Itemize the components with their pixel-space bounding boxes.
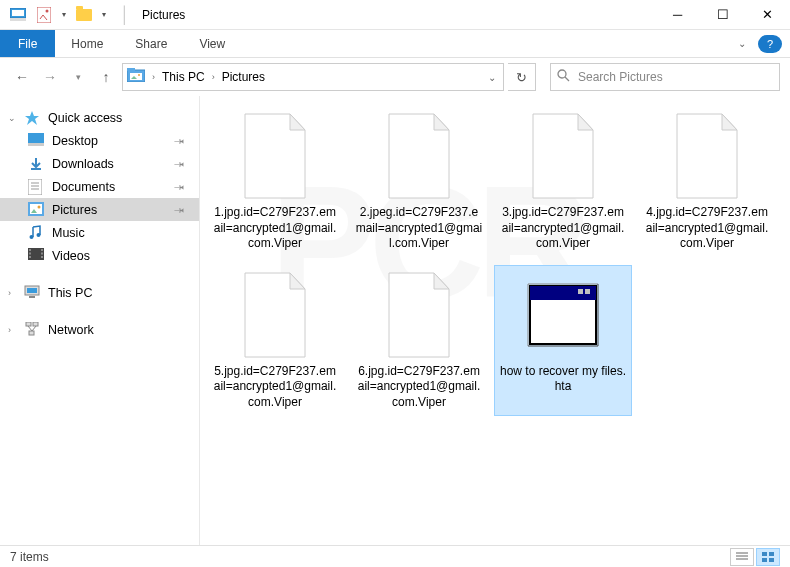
file-item[interactable]: 5.jpg.id=C279F237.email=ancrypted1@gmail…	[206, 265, 344, 416]
chevron-right-icon[interactable]: ›	[149, 72, 158, 82]
back-button[interactable]: ←	[10, 65, 34, 89]
close-button[interactable]: ✕	[745, 0, 790, 30]
thumbnails-view-button[interactable]	[756, 548, 780, 566]
file-item[interactable]: how to recover my files.hta	[494, 265, 632, 416]
blank-file-icon	[524, 111, 602, 201]
svg-rect-31	[27, 288, 37, 293]
sidebar-item-label: Network	[48, 323, 94, 337]
svg-rect-12	[28, 143, 44, 146]
titlebar: ▾ ▾ │ Pictures ─ ☐ ✕	[0, 0, 790, 30]
sidebar-item-label: Pictures	[52, 203, 97, 217]
file-tab[interactable]: File	[0, 30, 55, 57]
file-item[interactable]: 3.jpg.id=C279F237.email=ancrypted1@gmail…	[494, 106, 632, 257]
sidebar-item-videos[interactable]: Videos	[0, 244, 199, 267]
separator: │	[120, 6, 130, 24]
qat-caret-icon[interactable]: ▾	[102, 10, 106, 19]
svg-point-21	[30, 235, 34, 239]
file-item[interactable]: 2.jpeg.id=C279F237.email=ancrypted1@gmai…	[350, 106, 488, 257]
main: ⌄ Quick access Desktop 📌︎ Downloads 📌︎ D…	[0, 96, 790, 545]
svg-rect-41	[585, 289, 590, 294]
sidebar-item-music[interactable]: Music	[0, 221, 199, 244]
help-button[interactable]: ?	[758, 35, 782, 53]
file-name: 2.jpeg.id=C279F237.email=ancrypted1@gmai…	[355, 205, 483, 252]
svg-rect-1	[10, 18, 26, 21]
address-bar[interactable]: › This PC › Pictures ⌄	[122, 63, 504, 91]
sidebar-item-desktop[interactable]: Desktop 📌︎	[0, 129, 199, 152]
sidebar-item-label: Videos	[52, 249, 90, 263]
sidebar-item-documents[interactable]: Documents 📌︎	[0, 175, 199, 198]
file-item[interactable]: 4.jpg.id=C279F237.email=ancrypted1@gmail…	[638, 106, 776, 257]
sidebar-item-label: This PC	[48, 286, 92, 300]
blank-file-icon	[668, 111, 746, 201]
svg-point-4	[46, 9, 49, 12]
file-item[interactable]: 1.jpg.id=C279F237.email=ancrypted1@gmail…	[206, 106, 344, 257]
address-dropdown-icon[interactable]: ⌄	[485, 72, 499, 83]
pictures-location-icon	[127, 68, 145, 86]
star-icon	[24, 110, 40, 126]
svg-rect-35	[29, 331, 34, 335]
tab-home[interactable]: Home	[55, 30, 119, 57]
expand-caret-icon[interactable]: ›	[8, 288, 11, 298]
file-name: 6.jpg.id=C279F237.email=ancrypted1@gmail…	[355, 364, 483, 411]
qat-dropdown-icon[interactable]: ▾	[62, 10, 66, 19]
svg-rect-24	[29, 249, 31, 251]
search-icon	[557, 69, 570, 85]
blank-file-icon	[380, 111, 458, 201]
svg-rect-33	[26, 322, 31, 326]
tab-share[interactable]: Share	[119, 30, 183, 57]
file-name: 3.jpg.id=C279F237.email=ancrypted1@gmail…	[499, 205, 627, 252]
statusbar: 7 items	[0, 545, 790, 567]
sidebar-item-this-pc[interactable]: › This PC	[0, 281, 199, 304]
properties-icon[interactable]	[34, 5, 54, 25]
breadcrumb-pictures[interactable]: Pictures	[218, 70, 269, 84]
this-pc-icon	[24, 285, 40, 301]
svg-rect-25	[29, 252, 31, 254]
pin-icon: 📌︎	[171, 178, 187, 194]
maximize-button[interactable]: ☐	[700, 0, 745, 30]
file-list[interactable]: 1.jpg.id=C279F237.email=ancrypted1@gmail…	[200, 96, 790, 545]
svg-rect-40	[578, 289, 583, 294]
videos-icon	[28, 248, 44, 264]
expand-caret-icon[interactable]: ⌄	[8, 113, 16, 123]
sidebar-item-pictures[interactable]: Pictures 📌︎	[0, 198, 199, 221]
network-group: › Network	[0, 318, 199, 341]
network-icon	[24, 322, 40, 338]
quick-launch: ▾ ▾ │ Pictures	[8, 5, 185, 25]
svg-rect-34	[33, 322, 38, 326]
blank-file-icon	[236, 111, 314, 201]
documents-icon	[28, 179, 44, 195]
quick-access-header[interactable]: ⌄ Quick access	[0, 106, 199, 129]
desktop-icon	[28, 133, 44, 149]
pin-icon: 📌︎	[171, 132, 187, 148]
sidebar-item-network[interactable]: › Network	[0, 318, 199, 341]
sidebar-item-downloads[interactable]: Downloads 📌︎	[0, 152, 199, 175]
forward-button[interactable]: →	[38, 65, 62, 89]
chevron-right-icon[interactable]: ›	[209, 72, 218, 82]
svg-rect-14	[28, 179, 42, 195]
up-button[interactable]: ↑	[94, 65, 118, 89]
details-view-button[interactable]	[730, 548, 754, 566]
svg-rect-50	[762, 552, 767, 556]
svg-rect-26	[29, 256, 31, 258]
sidebar-item-label: Desktop	[52, 134, 98, 148]
svg-line-10	[565, 77, 569, 81]
svg-rect-27	[41, 249, 43, 251]
hta-file-icon	[524, 270, 602, 360]
file-item[interactable]: 6.jpg.id=C279F237.email=ancrypted1@gmail…	[350, 265, 488, 416]
recent-locations-button[interactable]: ▾	[66, 65, 90, 89]
svg-rect-3	[37, 7, 51, 23]
window-controls: ─ ☐ ✕	[655, 0, 790, 30]
expand-ribbon-button[interactable]: ⌄	[730, 30, 754, 57]
refresh-button[interactable]: ↻	[508, 63, 536, 91]
file-name: how to recover my files.hta	[499, 364, 627, 395]
minimize-button[interactable]: ─	[655, 0, 700, 30]
this-pc-group: › This PC	[0, 281, 199, 304]
pictures-icon	[28, 202, 44, 218]
navigation-pane: ⌄ Quick access Desktop 📌︎ Downloads 📌︎ D…	[0, 96, 200, 545]
search-input[interactable]: Search Pictures	[550, 63, 780, 91]
tab-view[interactable]: View	[183, 30, 241, 57]
breadcrumb-this-pc[interactable]: This PC	[158, 70, 209, 84]
expand-caret-icon[interactable]: ›	[8, 325, 11, 335]
svg-rect-11	[28, 133, 44, 143]
view-toggle	[730, 548, 780, 566]
